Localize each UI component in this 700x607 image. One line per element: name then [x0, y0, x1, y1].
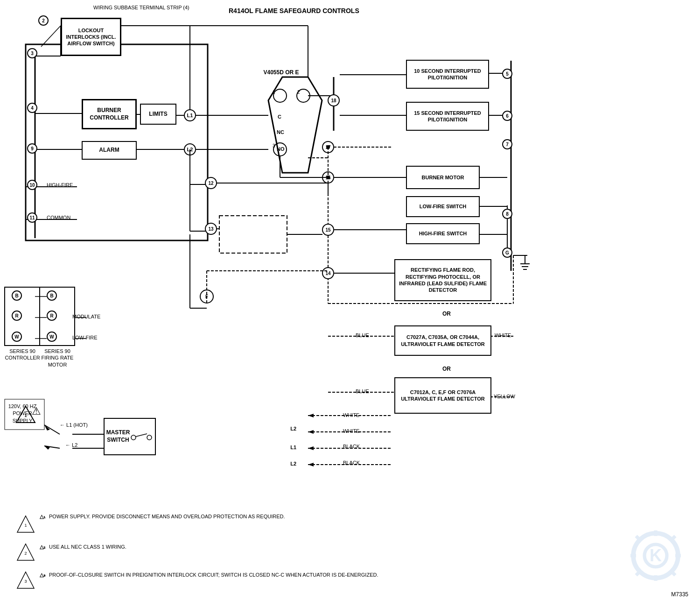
white-bottom-1: WHITE	[343, 412, 359, 418]
high-fire-label: HIGH-FIRE	[47, 182, 73, 188]
svg-text:18: 18	[331, 98, 336, 103]
svg-text:L2: L2	[290, 461, 296, 466]
highfire-switch-box: HIGH-FIRE SWITCH	[406, 223, 480, 244]
diagram-container: L1 L2 18	[0, 0, 700, 607]
15sec-box: 15 SECOND INTERRUPTED PILOT/IGNITION	[406, 102, 489, 131]
v4055-terminal-1: 1	[273, 90, 275, 95]
svg-rect-2	[40, 287, 75, 346]
series90-controller-label: SERIES 90CONTROLLER	[4, 348, 41, 361]
svg-rect-7	[219, 216, 287, 253]
l1hot-label: ← L1 (HOT)	[60, 422, 88, 428]
circle-3: 3	[27, 48, 37, 58]
master-switch-box: MASTERSWITCH	[104, 418, 156, 455]
lockout-box: LOCKOUT INTERLOCKS (INCL. AIRFLOW SWITCH…	[61, 18, 121, 56]
warning-triangle-1: ⚠	[32, 405, 41, 417]
yellow-label: YELLOW	[494, 394, 515, 399]
watermark-gear: K	[628, 528, 684, 584]
v4055-c: C	[278, 114, 281, 120]
v4055-label: V4055D OR E	[254, 69, 308, 76]
svg-marker-103	[308, 414, 314, 417]
svg-rect-1	[5, 287, 40, 346]
circle-B2: B	[47, 290, 57, 301]
l2-master-label: ← L2	[65, 442, 77, 448]
v4055-terminal-2: 2	[297, 90, 300, 95]
svg-point-134	[131, 435, 136, 440]
white-bottom-2: WHITE	[343, 428, 359, 434]
black-bottom-2: BLACK	[343, 460, 360, 466]
svg-line-145	[672, 572, 675, 575]
svg-text:13: 13	[208, 226, 214, 232]
svg-text:1: 1	[24, 523, 27, 528]
svg-point-129	[326, 176, 330, 179]
svg-text:L1: L1	[290, 445, 296, 450]
svg-marker-108	[308, 446, 314, 450]
svg-marker-111	[308, 463, 314, 466]
svg-text:3: 3	[24, 579, 27, 584]
svg-point-130	[326, 145, 330, 149]
lowfire-switch-box: LOW-FIRE SWITCH	[406, 196, 480, 217]
svg-text:12: 12	[208, 181, 214, 186]
limits-box: LIMITS	[140, 104, 176, 125]
diagram-title: R414OL FLAME SAFEGAURD CONTROLS	[229, 7, 359, 14]
svg-text:2: 2	[24, 551, 27, 556]
svg-point-135	[147, 435, 152, 440]
10sec-box: 10 SECOND INTERRUPTED PILOT/IGNITION	[406, 60, 489, 89]
svg-line-146	[672, 536, 675, 540]
circle-4: 4	[27, 103, 37, 113]
wiring-subbase-label: WIRING SUBBASE TERMINAL STRIP (4)	[93, 5, 189, 10]
v4055-no: NO	[277, 146, 285, 152]
circle-B1: B	[12, 290, 22, 301]
black-bottom-1: BLACK	[343, 444, 360, 449]
svg-line-91	[44, 425, 60, 434]
v4055-nc: NC	[277, 129, 284, 135]
svg-text:15: 15	[325, 227, 331, 233]
or-label-1: OR	[442, 311, 451, 317]
alarm-box: ALARM	[82, 141, 137, 160]
common-label: COMMON	[47, 215, 70, 220]
circle-5: 5	[502, 69, 512, 79]
c7012-box: C7012A, C, E,F OR C7076A ULTRAVIOLET FLA…	[394, 377, 491, 414]
circle-9: 9	[27, 143, 37, 154]
svg-line-147	[636, 572, 640, 575]
blue-label-2: BLUE	[356, 388, 369, 394]
series90-motor-label: SERIES 90FIRING RATEMOTOR	[39, 348, 76, 368]
circle-7: 7	[502, 139, 512, 149]
svg-marker-105	[308, 430, 314, 434]
circle-W2: W	[47, 332, 57, 342]
white-label-1: WHITE	[495, 332, 511, 338]
svg-text:14: 14	[325, 271, 331, 276]
circle-R2: R	[47, 311, 57, 321]
svg-text:L1: L1	[187, 113, 193, 118]
burner-controller-box: BURNER CONTROLLER	[82, 99, 137, 129]
footnote-2: △₂ USE ALL NEC CLASS 1 WIRING.	[40, 544, 126, 550]
circle-10: 10	[27, 180, 37, 190]
flame-rod-box: RECTIFYING FLAME ROD, RECTIFYING PHOTOCE…	[394, 259, 491, 301]
svg-text:L2: L2	[290, 426, 296, 431]
v4055-terminal-3: 3	[273, 143, 275, 148]
footnote-1: △₁ POWER SUPPLY. PROVIDE DISCONNECT MEAN…	[40, 514, 285, 520]
circle-8: 8	[502, 209, 512, 219]
circle-11: 11	[27, 212, 37, 223]
diagram-number: M7335	[671, 591, 688, 598]
circle-2: 2	[38, 15, 49, 26]
circle-W1: W	[12, 332, 22, 342]
circle-G: G	[502, 247, 512, 258]
lowfire-motor-label: LOW-FIRE	[72, 335, 98, 340]
or-label-2: OR	[442, 366, 451, 372]
c7027-box: C7027A, C7035A, OR C7044A, ULTRAVIOLET F…	[394, 325, 491, 356]
modulate-label: MODULATE	[72, 314, 100, 319]
svg-line-136	[136, 434, 147, 437]
burner-motor-box: BURNER MOTOR	[406, 166, 480, 189]
svg-point-4	[273, 89, 287, 102]
circle-6: 6	[502, 111, 512, 121]
svg-line-11	[41, 26, 61, 47]
footnote-3: △₃ PROOF-OF-CLOSURE SWITCH IN PREIGNITIO…	[40, 572, 378, 578]
svg-marker-3	[268, 77, 322, 173]
blue-label-1: BLUE	[356, 332, 369, 338]
svg-line-144	[636, 536, 640, 540]
circle-R1: R	[12, 311, 22, 321]
svg-text:K: K	[650, 546, 662, 565]
